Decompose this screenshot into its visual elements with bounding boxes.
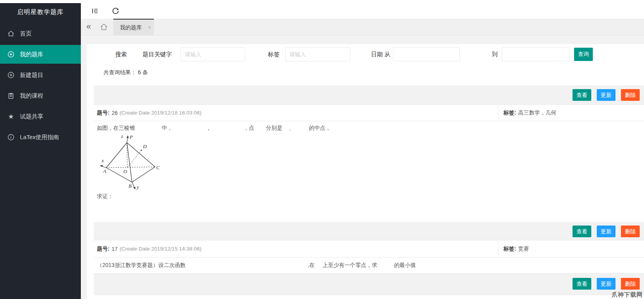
figure-label-B: B [128,183,132,189]
question-number-value: 26 [112,110,118,116]
question-number-cell: 题号: 17 (Create Date 2019/12/15 14:38:06) [94,240,498,257]
formula-gap [211,129,243,130]
question-actions-row: 查看 更新 删除 [94,85,644,105]
question-text-segment: 如图，在三棱锥 [97,125,135,131]
sidebar-nav: 首页 我的题库 新建题目 我的课程 ★ [0,24,81,147]
tag-label: 标签 [268,47,280,62]
sidebar-item-label: 我的题库 [20,51,43,58]
view-button[interactable]: 查看 [573,226,591,237]
formula-gap [135,129,162,130]
formula-gap [282,129,289,130]
main-area: 搜索 题目关键字 标签 日期 从 到 查询 共查询结果： 6 条 查看 更新 [81,36,644,299]
sidebar-item-label: 新建题目 [20,72,43,79]
figure-label-C: C [156,165,160,170]
tag-input[interactable] [285,47,350,61]
question-text-segment: 中， [162,125,173,131]
app-window: 启明星教学题库 首页 我的题库 新建题目 [0,0,644,299]
question-actions-row: 查看 更新 删除 [94,223,644,240]
question-figure: z P x A O C B y D [98,133,162,193]
question-text-segment: 、 [289,125,294,131]
tab-my-question-bank[interactable]: 我的题库 × [113,19,154,35]
question-text-segment: ,在 [308,262,315,268]
date-to-input[interactable] [502,47,569,61]
question-text-segment: 的最小值 [394,262,416,268]
header-toolbar [81,3,644,19]
sidebar-item-my-question-bank[interactable]: 我的题库 [0,45,81,64]
figure-label-D: D [143,143,147,149]
question-actions-row: 查看 更新 删除 [94,274,644,295]
update-button[interactable]: 更新 [597,226,615,237]
tab-bar: « 我的题库 × [81,19,644,36]
question-tags-cell: 标签: 竞赛 [498,240,644,257]
query-button[interactable]: 查询 [574,48,593,61]
refresh-icon[interactable] [111,7,120,15]
sidebar-item-latex-guide[interactable]: LaTex使用指南 [0,128,81,147]
question-content-row: （2013浙江数学竞赛题）设二次函数,在上至少有一个零点，求的最小值 [94,258,644,274]
question-created-date: (Create Date 2019/12/18 16:03:06) [120,110,201,116]
tabs-scroll-left-icon[interactable]: « [84,19,93,35]
keyword-input[interactable] [180,47,245,61]
question-number-cell: 题号: 26 (Create Date 2019/12/18 16:03:06) [94,105,498,121]
question-tags-label: 标签: [503,109,516,116]
question-number-value: 17 [112,246,118,252]
question-text-segment: 上至少有一个零点，求 [323,262,377,268]
circle-plus-icon [7,71,15,79]
figure-label-z: z [121,133,123,139]
formula-gap [294,129,309,130]
top-strip [0,0,644,3]
star-icon: ★ [7,113,15,120]
figure-label-y: y [136,184,139,190]
delete-button[interactable]: 删除 [621,89,640,101]
date-from-input[interactable] [393,47,460,61]
tab-close-icon[interactable]: × [148,20,151,35]
question-tags-value: 竞赛 [518,245,529,252]
sidebar-item-new-question[interactable]: 新建题目 [0,66,81,84]
question-number-label: 题号: [97,109,110,116]
question-info-row: 题号: 17 (Create Date 2019/12/15 14:38:06)… [94,240,644,258]
question-text: （2013浙江数学竞赛题）设二次函数,在上至少有一个零点，求的最小值 [97,262,416,269]
figure-label-O: O [123,168,127,174]
home-icon [7,30,15,38]
delete-button[interactable]: 删除 [621,278,640,290]
question-text-segment: （2013浙江数学竞赛题）设二次函数 [97,262,186,268]
formula-gap [315,267,323,267]
question-tags-value: 高三数学，几何 [518,109,557,116]
update-button[interactable]: 更新 [597,278,615,290]
circle-plus-icon [7,50,15,58]
sidebar: 启明星教学题库 首页 我的题库 新建题目 [0,3,81,299]
question-content-row: 如图，在三棱锥中，，，点分别是、的中点， [94,121,644,223]
tab-label: 我的题库 [120,24,142,30]
formula-gap [254,129,266,130]
clipboard-icon [7,92,15,100]
view-button[interactable]: 查看 [573,89,591,101]
question-info-row: 题号: 26 (Create Date 2019/12/18 16:03:06)… [94,105,644,121]
formula-gap [173,129,206,130]
view-button[interactable]: 查看 [573,278,591,290]
question-text-segment: 的中点， [309,125,331,131]
keyword-label: 题目关键字 [143,47,172,62]
search-form: 搜索 题目关键字 标签 日期 从 到 查询 [87,47,644,62]
figure-label-A: A [103,168,106,174]
sidebar-item-label: LaTex使用指南 [20,134,59,141]
sidebar-item-label: 首页 [20,30,32,38]
info-icon [7,133,15,141]
question-text: 如图，在三棱锥中，，，点分别是、的中点， [97,125,331,132]
delete-button[interactable]: 删除 [621,226,640,237]
sidebar-item-my-courses[interactable]: 我的课程 [0,86,81,105]
figure-label-x: x [101,158,104,163]
tab-home-icon[interactable] [100,23,108,31]
question-prove-label: 求证： [97,193,113,200]
question-number-label: 题号: [97,245,110,252]
formula-gap [377,267,394,267]
search-section-label: 搜索 [115,47,127,62]
question-text-segment: 分别是 [266,125,282,131]
results-summary: 共查询结果： 6 条 [103,69,148,76]
watermark: 爪神下载网 [612,291,643,299]
question-text-segment: ，点 [243,125,254,131]
sidebar-item-home[interactable]: 首页 [0,24,81,43]
update-button[interactable]: 更新 [597,89,615,101]
content-card: 搜索 题目关键字 标签 日期 从 到 查询 共查询结果： 6 条 查看 更新 [87,44,644,299]
sidebar-item-question-sharing[interactable]: ★ 试题共享 [0,107,81,126]
app-title: 启明星教学题库 [0,3,81,21]
collapse-sidebar-icon[interactable] [91,7,99,15]
